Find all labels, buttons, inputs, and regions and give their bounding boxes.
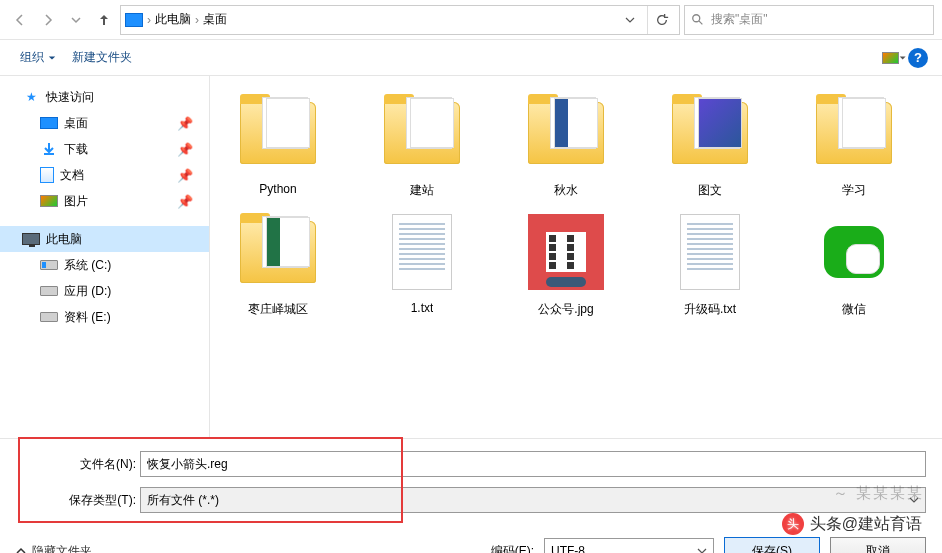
- search-icon: [691, 13, 705, 27]
- text-file-icon: [680, 214, 740, 290]
- file-item[interactable]: 微信: [794, 207, 914, 318]
- search-placeholder: 搜索"桌面": [711, 11, 768, 28]
- file-item[interactable]: 学习: [794, 88, 914, 199]
- file-label: 1.txt: [411, 301, 434, 315]
- address-dropdown[interactable]: [615, 6, 645, 34]
- quick-access[interactable]: ★ 快速访问: [0, 84, 209, 110]
- folder-icon: [240, 102, 316, 164]
- file-label: 升级码.txt: [684, 301, 736, 318]
- address-bar[interactable]: › 此电脑 › 桌面: [120, 5, 680, 35]
- file-item[interactable]: 图文: [650, 88, 770, 199]
- breadcrumb-leaf[interactable]: 桌面: [203, 11, 227, 28]
- organize-menu[interactable]: 组织: [12, 45, 64, 70]
- command-bar: 组织 新建文件夹 ?: [0, 40, 942, 76]
- file-label: 枣庄峄城区: [248, 301, 308, 318]
- pic-icon: [40, 195, 58, 207]
- main-area: ★ 快速访问 桌面📌下载📌文档📌图片📌 此电脑 系统 (C:)应用 (D:)资料…: [0, 76, 942, 438]
- watermark-blur: ～ 某某某某: [833, 484, 924, 503]
- chevron-right-icon: ›: [145, 13, 153, 27]
- folder-icon: [384, 102, 460, 164]
- file-label: 微信: [842, 301, 866, 318]
- encoding-select[interactable]: UTF-8: [544, 538, 714, 553]
- new-folder-button[interactable]: 新建文件夹: [64, 45, 140, 70]
- file-item[interactable]: Python: [218, 88, 338, 199]
- chevron-right-icon: ›: [193, 13, 201, 27]
- chevron-down-icon: [697, 546, 707, 553]
- location-icon: [125, 13, 143, 27]
- view-options[interactable]: [882, 46, 906, 70]
- pin-icon: 📌: [177, 194, 193, 209]
- dl-icon: [40, 141, 58, 157]
- drive-item[interactable]: 应用 (D:): [0, 278, 209, 304]
- file-label: 学习: [842, 182, 866, 199]
- file-label: Python: [259, 182, 296, 196]
- pin-icon: 📌: [177, 142, 193, 157]
- navigation-pane: ★ 快速访问 桌面📌下载📌文档📌图片📌 此电脑 系统 (C:)应用 (D:)资料…: [0, 76, 210, 438]
- folder-icon: [528, 102, 604, 164]
- filetype-select[interactable]: 所有文件 (*.*): [140, 487, 926, 513]
- sidebar-item-doc[interactable]: 文档📌: [0, 162, 209, 188]
- cancel-button[interactable]: 取消: [830, 537, 926, 553]
- folder-icon: [240, 221, 316, 283]
- forward-button[interactable]: [36, 8, 60, 32]
- sidebar-item-dl[interactable]: 下载📌: [0, 136, 209, 162]
- this-pc[interactable]: 此电脑: [0, 226, 209, 252]
- svg-point-0: [693, 14, 700, 21]
- filename-label: 文件名(N):: [16, 456, 136, 473]
- help-button[interactable]: ?: [906, 46, 930, 70]
- filename-input[interactable]: [140, 451, 926, 477]
- drive-item[interactable]: 系统 (C:): [0, 252, 209, 278]
- drive-icon: [40, 286, 58, 296]
- search-input[interactable]: 搜索"桌面": [684, 5, 934, 35]
- file-item[interactable]: 建站: [362, 88, 482, 199]
- title-bar: › 此电脑 › 桌面 搜索"桌面": [0, 0, 942, 40]
- doc-icon: [40, 167, 54, 183]
- up-button[interactable]: [92, 8, 116, 32]
- back-button[interactable]: [8, 8, 32, 32]
- encoding-label: 编码(E):: [491, 543, 534, 554]
- file-list[interactable]: Python建站秋水图文学习枣庄峄城区1.txt公众号.jpg升级码.txt微信: [210, 76, 942, 438]
- breadcrumb-root[interactable]: 此电脑: [155, 11, 191, 28]
- file-item[interactable]: 秋水: [506, 88, 626, 199]
- file-label: 秋水: [554, 182, 578, 199]
- sidebar-item-desk[interactable]: 桌面📌: [0, 110, 209, 136]
- file-item[interactable]: 公众号.jpg: [506, 207, 626, 318]
- bottom-bar: 隐藏文件夹 编码(E): UTF-8 保存(S) 取消: [0, 527, 942, 553]
- desk-icon: [40, 117, 58, 129]
- drive-icon: [40, 260, 58, 270]
- text-file-icon: [392, 214, 452, 290]
- file-item[interactable]: 枣庄峄城区: [218, 207, 338, 318]
- folder-icon: [816, 102, 892, 164]
- star-icon: ★: [22, 89, 40, 105]
- file-item[interactable]: 升级码.txt: [650, 207, 770, 318]
- hide-folders-toggle[interactable]: 隐藏文件夹: [16, 543, 92, 554]
- chevron-down-icon: [48, 54, 56, 62]
- recent-dropdown[interactable]: [64, 8, 88, 32]
- refresh-button[interactable]: [647, 6, 675, 34]
- file-label: 公众号.jpg: [538, 301, 593, 318]
- pc-icon: [22, 233, 40, 245]
- pin-icon: 📌: [177, 116, 193, 131]
- drive-icon: [40, 312, 58, 322]
- filetype-label: 保存类型(T):: [16, 492, 136, 509]
- file-item[interactable]: 1.txt: [362, 207, 482, 318]
- file-label: 图文: [698, 182, 722, 199]
- pin-icon: 📌: [177, 168, 193, 183]
- file-label: 建站: [410, 182, 434, 199]
- drive-item[interactable]: 资料 (E:): [0, 304, 209, 330]
- chevron-up-icon: [16, 546, 26, 553]
- image-file-icon: [528, 214, 604, 290]
- save-button[interactable]: 保存(S): [724, 537, 820, 553]
- wechat-icon: [824, 226, 884, 278]
- sidebar-item-pic[interactable]: 图片📌: [0, 188, 209, 214]
- save-panel: 文件名(N): 保存类型(T): 所有文件 (*.*): [0, 438, 942, 527]
- folder-icon: [672, 102, 748, 164]
